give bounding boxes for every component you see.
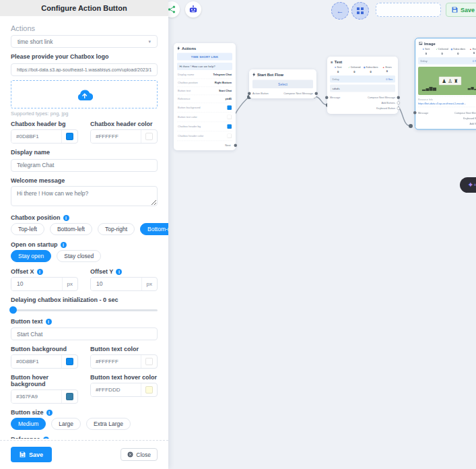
button-hover-color-group bbox=[90, 383, 158, 397]
offset-x-input[interactable] bbox=[11, 278, 62, 290]
node-row: Chatbox header bg bbox=[177, 122, 232, 131]
actions-select[interactable]: time short link ▾ bbox=[11, 35, 158, 48]
output-port[interactable] bbox=[397, 101, 401, 104]
header-color-label: Chatbox header color bbox=[90, 121, 158, 127]
image-node-header: Image bbox=[415, 38, 476, 47]
position-pill-bottom-left[interactable]: Bottom-left bbox=[50, 223, 92, 235]
canvas-save-button[interactable]: Save bbox=[446, 3, 476, 17]
select-button[interactable]: Select bbox=[252, 80, 313, 89]
chevron-down-icon: ▾ bbox=[148, 39, 151, 44]
resource-link[interactable]: https://bot-data.s3.ap-southeast-1.wasab… bbox=[418, 102, 476, 107]
input-port[interactable] bbox=[325, 96, 329, 99]
output-port[interactable] bbox=[397, 96, 401, 99]
startup-pill-stay-closed[interactable]: Stay closed bbox=[57, 250, 101, 262]
close-button[interactable]: Close bbox=[121, 448, 158, 461]
node-row: Display nameTelegram Chat bbox=[177, 71, 232, 79]
node-row: Chatbox header color bbox=[177, 131, 232, 141]
size-pill-extra-large[interactable]: Extra Large bbox=[86, 418, 131, 430]
close-icon bbox=[127, 451, 133, 458]
display-name-input[interactable] bbox=[11, 159, 158, 172]
size-pill-medium[interactable]: Medium bbox=[11, 418, 46, 430]
node-row: Button textStart Chat bbox=[177, 87, 232, 95]
output-port[interactable] bbox=[397, 106, 401, 110]
actions-node[interactable]: Actions TIME SHORT LINK Hi there ! How c… bbox=[174, 43, 236, 150]
size-pill-large[interactable]: Large bbox=[51, 418, 81, 430]
output-port[interactable] bbox=[315, 92, 318, 96]
subscribers-icon: ◉ bbox=[450, 48, 452, 51]
node-row: Chatbox positionRight Bottom bbox=[177, 79, 232, 87]
header-bg-input[interactable] bbox=[11, 130, 61, 143]
offset-y-label: Offset Yi bbox=[90, 268, 158, 275]
button-hover-bg-swatch bbox=[66, 393, 73, 400]
save-button[interactable]: Save bbox=[11, 447, 52, 462]
sent-icon: ➤ bbox=[422, 48, 424, 51]
startup-pill-stay-open[interactable]: Stay open bbox=[11, 250, 51, 262]
platform-button[interactable] bbox=[168, 1, 180, 18]
text-node-stats: ➤ Sent0 ✓ Delivered0 ◉ Subscribers0 ▲ Er… bbox=[327, 65, 398, 73]
info-icon[interactable]: i bbox=[37, 269, 43, 275]
button-text-label: Button texti bbox=[11, 318, 158, 325]
info-icon[interactable]: i bbox=[116, 269, 122, 275]
sparkles-icon: ✦ bbox=[467, 181, 473, 189]
button-color-input[interactable] bbox=[91, 355, 141, 368]
position-pill-bottom-right[interactable]: Bottom-right bbox=[140, 223, 168, 235]
back-button[interactable]: ← bbox=[331, 2, 349, 20]
position-pill-top-left[interactable]: Top-left bbox=[11, 223, 44, 235]
logo-dropzone[interactable] bbox=[11, 80, 158, 108]
button-bg-swatch bbox=[66, 358, 73, 365]
text-content[interactable]: sdsds bbox=[330, 85, 395, 92]
button-hover-color-swatch-button[interactable] bbox=[141, 383, 157, 396]
button-bg-group bbox=[11, 354, 78, 369]
text-node[interactable]: ≡ Text ➤ Sent0 ✓ Delivered0 ◉ Subscriber… bbox=[327, 57, 398, 114]
bot-button[interactable] bbox=[185, 1, 201, 18]
button-hover-bg-swatch-button[interactable] bbox=[61, 390, 77, 403]
info-icon[interactable]: i bbox=[61, 242, 67, 248]
info-icon[interactable]: i bbox=[46, 319, 52, 325]
offset-y-input[interactable] bbox=[91, 278, 141, 290]
color-swatch bbox=[228, 115, 232, 120]
input-port[interactable] bbox=[248, 92, 251, 96]
delay-row[interactable]: Delay0 Sec bbox=[418, 57, 476, 65]
header-bg-label: Chatbox header bg bbox=[11, 121, 78, 127]
button-bg-input[interactable] bbox=[11, 355, 61, 368]
bolt-icon bbox=[252, 73, 256, 77]
delay-slider[interactable] bbox=[11, 309, 158, 311]
flow-name-input[interactable] bbox=[376, 3, 441, 17]
menu-icon: ≡ bbox=[331, 60, 333, 64]
button-hover-color-input[interactable] bbox=[91, 383, 141, 396]
header-bg-group bbox=[11, 129, 78, 144]
info-icon[interactable]: i bbox=[46, 410, 53, 416]
button-hover-bg-input[interactable] bbox=[11, 390, 61, 403]
info-icon[interactable]: i bbox=[43, 437, 49, 439]
supported-types-hint: Supported types: png, jpg bbox=[11, 111, 158, 117]
input-port[interactable] bbox=[413, 111, 417, 115]
start-bot-flow-node[interactable]: Start Bot Flow Select Action Button Comp… bbox=[249, 69, 316, 98]
button-hover-bg-group bbox=[11, 389, 78, 404]
image-preview[interactable]: ▂▄▆▅ ♟ ♙ ♜ ▃▅▂ bbox=[418, 67, 476, 95]
header-bg-swatch-button[interactable] bbox=[61, 130, 77, 143]
slider-thumb[interactable] bbox=[9, 307, 17, 314]
header-color-input[interactable] bbox=[91, 130, 141, 143]
delay-row[interactable]: Delay0 Sec bbox=[330, 75, 395, 83]
start-node-footer: Action Button Compose Next Message bbox=[249, 89, 316, 98]
grid-view-button[interactable] bbox=[351, 2, 369, 20]
start-node-header: Start Bot Flow bbox=[249, 69, 316, 78]
resource-info-label: Resource Info bbox=[418, 96, 476, 101]
errors-icon: ▲ bbox=[382, 66, 384, 69]
share-nodes-icon bbox=[168, 5, 176, 13]
next-output-port[interactable] bbox=[234, 144, 238, 148]
button-text-input[interactable] bbox=[11, 327, 158, 340]
ai-assistant-button[interactable]: ✦+ bbox=[460, 177, 476, 193]
welcome-message-textarea[interactable]: Hi there ! How can we help? bbox=[11, 186, 158, 206]
button-color-swatch-button[interactable] bbox=[141, 355, 157, 368]
button-bg-swatch-button[interactable] bbox=[61, 355, 77, 368]
header-color-swatch-button[interactable] bbox=[141, 130, 157, 143]
button-hover-color-label: Button text hover color bbox=[90, 374, 158, 381]
logo-url-input[interactable] bbox=[11, 63, 158, 76]
flow-canvas[interactable]: ← Save Actions TIME SHORT LINK bbox=[168, 0, 476, 469]
app-root: Configure Action Button Actions time sho… bbox=[0, 0, 476, 469]
offset-x-group: px bbox=[11, 277, 78, 291]
info-icon[interactable]: i bbox=[63, 215, 69, 221]
position-pill-top-right[interactable]: Top-right bbox=[98, 223, 135, 235]
image-node[interactable]: Image ➤ Sent0 ✓ Delivered0 ◉ Subscribers… bbox=[415, 38, 476, 130]
